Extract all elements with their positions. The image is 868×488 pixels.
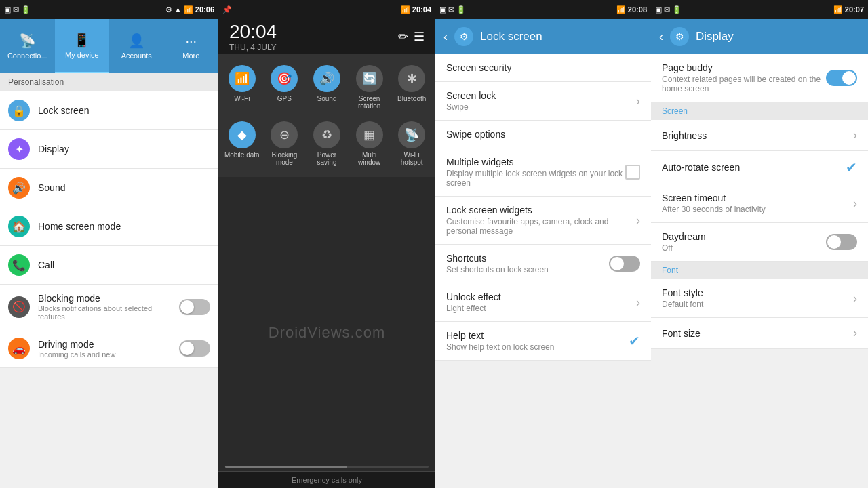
lock-item-shortcuts[interactable]: Shortcuts Set shortcuts on lock screen [435, 245, 651, 283]
sound-label: Sound [317, 95, 337, 102]
settings-tabs: 📡 Connectio... 📱 My device 👤 Accounts ··… [0, 19, 218, 73]
lock-screen-title: Lock screen [480, 30, 542, 43]
status-bar-3: ▣ ✉ 🔋 📶 20:08 [435, 0, 651, 19]
settings-item-blocking[interactable]: 🚫 Blocking mode Blocks notifications abo… [0, 285, 218, 329]
display-item-daydream[interactable]: Daydream Off [651, 223, 868, 262]
display-title: Display [38, 144, 210, 155]
rotation-toggle-icon: 🔄 [356, 65, 383, 92]
tab-accounts[interactable]: 👤 Accounts [109, 19, 164, 73]
notification-area: DroidViews.com Emergency calls only [218, 177, 435, 488]
status-icons-3-right: 📶 20:08 [616, 5, 647, 14]
tab-connections[interactable]: 📡 Connectio... [0, 19, 55, 73]
settings-item-homescreen[interactable]: 🏠 Home screen mode [0, 207, 218, 246]
lockscreen-icon: 🔒 [8, 100, 30, 121]
screen-lock-title: Screen lock [446, 90, 636, 101]
tab-more[interactable]: ··· More [164, 19, 219, 73]
lock-item-screen-lock[interactable]: Screen lock Swipe › [435, 82, 651, 121]
display-item-page-buddy[interactable]: Page buddy Context related pages will be… [651, 54, 868, 102]
back-button[interactable]: ‹ [443, 30, 448, 44]
signal-icon: 📶 [184, 5, 193, 14]
status-time-1: 20:06 [195, 5, 214, 14]
status-time-2: 20:04 [412, 5, 431, 14]
driving-icon: 🚗 [8, 338, 30, 359]
sound-text: Sound [38, 182, 210, 193]
batt-3: 🔋 [456, 5, 466, 14]
quick-toggle-rotation[interactable]: 🔄 Screen rotation [349, 60, 391, 115]
page-buddy-toggle[interactable] [826, 70, 857, 86]
daydream-toggle[interactable] [826, 234, 857, 250]
status-time-3: 20:08 [628, 5, 647, 14]
lock-item-help-text[interactable]: Help text Show help text on lock screen … [435, 322, 651, 361]
driving-toggle[interactable] [179, 340, 210, 357]
quick-toggle-multiwindow[interactable]: ▦ Multi window [349, 116, 391, 171]
quick-toggle-sound[interactable]: 🔊 Sound [306, 60, 348, 115]
edit-icon[interactable]: ✏ [398, 29, 408, 44]
multiwindow-toggle-icon: ▦ [356, 121, 383, 148]
display-title: Display [696, 30, 734, 43]
status-bar-2: 📌 📶 20:04 [218, 0, 435, 19]
status-icons-right: ⚙ ▲ 📶 20:06 [165, 5, 214, 14]
display-item-autorotate[interactable]: Auto-rotate screen ✔ [651, 151, 868, 184]
display-item-timeout[interactable]: Screen timeout After 30 seconds of inact… [651, 184, 868, 223]
timeout-subtitle: After 30 seconds of inactivity [662, 205, 853, 214]
lock-item-unlock-effect[interactable]: Unlock effect Light effect › [435, 283, 651, 322]
font-size-arrow: › [853, 326, 857, 340]
settings-icon-status: ⚙ [165, 5, 172, 14]
lockscreen-title: Lock screen [38, 105, 210, 116]
mobiledata-toggle-icon: ◆ [229, 121, 256, 148]
sound-title: Sound [38, 182, 210, 193]
display-item-font-style[interactable]: Font style Default font › [651, 279, 868, 318]
quick-toggle-bluetooth[interactable]: ✱ Bluetooth [391, 60, 433, 115]
display-header-icon: ⚙ [670, 27, 689, 46]
display-back-button[interactable]: ‹ [659, 30, 663, 44]
rotation-label: Screen rotation [351, 95, 388, 110]
display-icon: ✦ [8, 138, 30, 160]
lock-item-widgets[interactable]: Lock screen widgets Customise favourite … [435, 197, 651, 245]
lockscreen-text: Lock screen [38, 105, 210, 116]
settings-item-driving[interactable]: 🚗 Driving mode Incoming calls and new [0, 329, 218, 368]
settings-item-display[interactable]: ✦ Display [0, 130, 218, 169]
app-container: ▣ ✉ 🔋 ⚙ ▲ 📶 20:06 📡 Connectio... 📱 [0, 0, 868, 488]
watermark: DroidViews.com [269, 324, 386, 342]
quick-toggle-mobiledata[interactable]: ◆ Mobile data [221, 116, 263, 171]
display-text: Display [38, 144, 210, 155]
shortcuts-title: Shortcuts [446, 253, 609, 264]
quick-toggle-gps[interactable]: 🎯 GPS [264, 60, 306, 115]
homescreen-title: Home screen mode [38, 221, 210, 232]
settings-item-sound[interactable]: 🔊 Sound [0, 169, 218, 207]
shortcuts-toggle[interactable] [609, 256, 640, 272]
screen-lock-arrow: › [636, 94, 640, 108]
driving-title: Driving mode [38, 339, 171, 350]
display-item-font-size[interactable]: Font size › [651, 318, 868, 349]
settings-item-call[interactable]: 📞 Call [0, 246, 218, 285]
multiple-widgets-title: Multiple widgets [446, 157, 625, 167]
quick-header-actions: ✏ ☰ [398, 29, 425, 44]
settings-item-lockscreen[interactable]: 🔒 Lock screen [0, 92, 218, 130]
signal-2: 📶 [401, 5, 410, 14]
lock-item-screen-security[interactable]: Screen security [435, 54, 651, 82]
lock-item-multiple-widgets[interactable]: Multiple widgets Display multiple lock s… [435, 148, 651, 197]
call-icon: 📞 [8, 254, 30, 276]
status-time-4: 20:07 [845, 5, 864, 14]
multiple-widgets-checkbox[interactable] [625, 165, 640, 180]
autorotate-title: Auto-rotate screen [662, 162, 740, 173]
status-icons-2-left: 📌 [222, 5, 232, 14]
tab-my-device[interactable]: 📱 My device [55, 19, 110, 73]
blocking-toggle[interactable] [179, 299, 210, 315]
quick-toggle-hotspot[interactable]: 📡 Wi-Fi hotspot [391, 116, 433, 171]
display-item-brightness[interactable]: Brightness › [651, 120, 868, 151]
lock-item-swipe-options[interactable]: Swipe options [435, 121, 651, 148]
sim-icon: ▣ [4, 5, 11, 14]
quick-toggle-powersave[interactable]: ♻ Power saving [306, 116, 348, 171]
lock-widgets-subtitle: Customise favourite apps, camera, clock … [446, 217, 636, 236]
menu-icon[interactable]: ☰ [414, 29, 425, 44]
wifi-label: Wi-Fi [234, 95, 250, 102]
help-text-title: Help text [446, 330, 629, 341]
bluetooth-toggle-icon: ✱ [398, 65, 425, 92]
scroll-bar [225, 466, 429, 468]
sim-4: ▣ [655, 5, 662, 14]
quick-toggle-blockingmode[interactable]: ⊖ Blocking mode [264, 116, 306, 171]
page-buddy-title: Page buddy [662, 62, 826, 73]
unlock-effect-title: Unlock effect [446, 291, 636, 302]
quick-toggle-wifi[interactable]: 📶 Wi-Fi [221, 60, 263, 115]
